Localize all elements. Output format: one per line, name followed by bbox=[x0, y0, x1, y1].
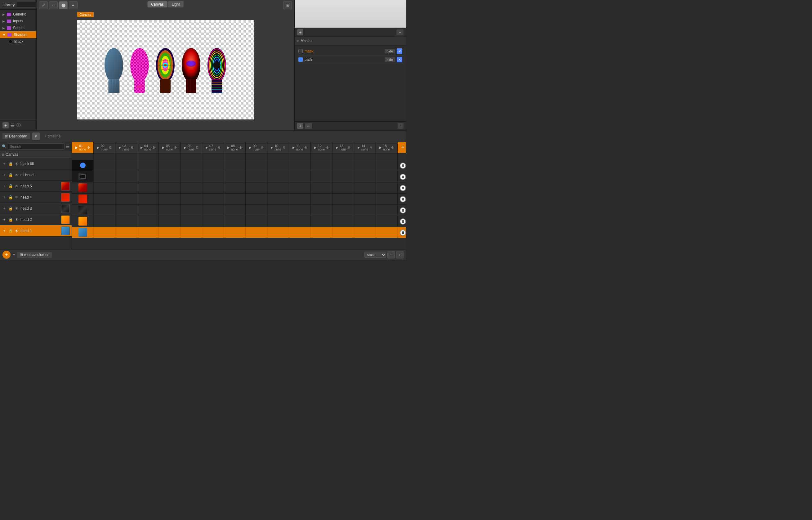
track-num-01[interactable]: ▶ 01 none ⚙ bbox=[72, 142, 94, 153]
lock-icon[interactable]: 🔒 bbox=[8, 184, 13, 189]
track-cell-10[interactable] bbox=[267, 160, 289, 171]
lock-icon[interactable]: 🔒 bbox=[8, 217, 13, 222]
track-num-06[interactable]: ▶ 06 none ⚙ bbox=[181, 142, 202, 153]
pen-tool-button[interactable]: ✒ bbox=[69, 1, 78, 9]
track-cell-head5-01[interactable] bbox=[72, 182, 94, 193]
track-cell-head4-01[interactable] bbox=[72, 193, 94, 204]
mask-x-button-path[interactable]: ✕ bbox=[397, 57, 402, 62]
light-mode-button[interactable]: Light bbox=[168, 1, 184, 7]
track-cell-05[interactable] bbox=[159, 160, 181, 171]
track-num-13[interactable]: ▶ 13 none ⚙ bbox=[332, 142, 354, 153]
settings-icon[interactable]: ⚙ bbox=[87, 146, 90, 149]
media-columns-button[interactable]: ⊞ media/columns bbox=[17, 252, 52, 258]
mask-checkbox-mask[interactable] bbox=[298, 49, 303, 53]
stop-button-head2[interactable] bbox=[398, 216, 406, 227]
lock-icon[interactable]: 🔒 bbox=[8, 195, 13, 200]
track-cell-12[interactable] bbox=[311, 160, 332, 171]
track-num-12[interactable]: ▶ 12 none ⚙ bbox=[311, 142, 332, 153]
add-layer-icon[interactable]: + bbox=[2, 195, 7, 200]
circle-tool-button[interactable]: ⬤ bbox=[59, 1, 67, 9]
settings-icon[interactable]: ⚙ bbox=[348, 146, 350, 149]
info-icon[interactable]: ⓘ bbox=[17, 123, 21, 128]
settings-icon[interactable]: ⚙ bbox=[370, 146, 372, 149]
track-num-02[interactable]: ▶ 02 none ⚙ bbox=[94, 142, 115, 153]
track-num-05[interactable]: ▶ 05 none ⚙ bbox=[159, 142, 181, 153]
stop-button-black-fill[interactable] bbox=[398, 160, 406, 171]
timeline-search-input[interactable] bbox=[8, 144, 64, 150]
settings-icon[interactable]: ⚙ bbox=[282, 146, 286, 149]
settings-icon[interactable]: ⚙ bbox=[304, 146, 307, 149]
sidebar-item-generic[interactable]: ▶ Generic bbox=[0, 11, 36, 18]
settings-icon[interactable]: ⚙ bbox=[391, 146, 394, 149]
settings-icon[interactable]: ⚙ bbox=[217, 146, 220, 149]
track-cell-head3-01[interactable] bbox=[72, 205, 94, 215]
eye-icon[interactable]: 👁 bbox=[14, 161, 19, 166]
add-layer-icon[interactable]: + bbox=[2, 217, 7, 222]
zoom-select[interactable]: small medium large bbox=[364, 252, 386, 258]
track-num-09[interactable]: ▶ 09 none ⚙ bbox=[246, 142, 267, 153]
settings-icon[interactable]: ⚙ bbox=[261, 146, 264, 149]
settings-icon[interactable]: ⚙ bbox=[109, 146, 112, 149]
dashboard-tab[interactable]: ⊞ Dashboard bbox=[2, 133, 30, 139]
grid-view-button[interactable]: ⊞ bbox=[284, 1, 292, 9]
stop-button-head1[interactable] bbox=[398, 227, 406, 238]
track-num-08[interactable]: ▶ 08 none ⚙ bbox=[224, 142, 246, 153]
mask-x-button[interactable]: ✕ bbox=[397, 48, 402, 54]
track-cell-14[interactable] bbox=[354, 160, 376, 171]
stop-button-all-heads[interactable] bbox=[398, 171, 406, 182]
stop-button-head3[interactable] bbox=[398, 205, 406, 216]
track-cell-all-heads-01[interactable] bbox=[72, 171, 94, 182]
track-num-15[interactable]: ▶ 15 none ⚙ bbox=[376, 142, 398, 153]
eye-icon[interactable]: 👁 bbox=[14, 217, 19, 222]
list-icon[interactable]: ☰ bbox=[10, 123, 15, 128]
canvas-mode-button[interactable]: Canvas bbox=[147, 1, 167, 7]
lock-icon[interactable]: 🔒 bbox=[8, 206, 13, 211]
track-num-14[interactable]: ▶ 14 none ⚙ bbox=[354, 142, 376, 153]
lock-icon[interactable]: 🔒 bbox=[8, 173, 13, 178]
track-num-10[interactable]: ▶ 10 none ⚙ bbox=[267, 142, 289, 153]
eye-icon[interactable]: 👁 bbox=[14, 184, 19, 189]
settings-icon[interactable]: ⚙ bbox=[174, 146, 177, 149]
add-item-button[interactable]: + bbox=[2, 122, 9, 128]
track-num-03[interactable]: ▶ 03 none ⚙ bbox=[115, 142, 137, 153]
add-layer-icon[interactable]: + bbox=[2, 173, 7, 178]
masks-add-button[interactable]: + bbox=[297, 123, 303, 129]
sidebar-item-inputs[interactable]: ▶ Inputs bbox=[0, 18, 36, 25]
track-num-11[interactable]: ▶ 11 none ⚙ bbox=[289, 142, 311, 153]
add-layer-icon[interactable]: + bbox=[2, 184, 7, 189]
sidebar-item-scripts[interactable]: ▶ Scripts bbox=[0, 25, 36, 31]
settings-icon[interactable]: ⚙ bbox=[152, 146, 155, 149]
move-tool-button[interactable]: ⤢ bbox=[39, 1, 48, 9]
masks-remove-button[interactable]: − bbox=[398, 123, 404, 129]
menu-icon[interactable]: ☰ bbox=[66, 144, 70, 149]
track-cell-09[interactable] bbox=[246, 160, 267, 171]
settings-icon[interactable]: ⚙ bbox=[196, 146, 198, 149]
mask-checkbox-path[interactable] bbox=[298, 57, 303, 62]
track-cell-03[interactable] bbox=[115, 160, 137, 171]
track-num-04[interactable]: ▶ 04 none ⚙ bbox=[137, 142, 159, 153]
eye-icon[interactable]: 👁 bbox=[14, 173, 19, 178]
track-cell-02[interactable] bbox=[94, 160, 115, 171]
chevron-down-icon[interactable]: ▾ bbox=[13, 253, 15, 257]
track-cell-08[interactable] bbox=[224, 160, 246, 171]
filter-button[interactable]: ▼ bbox=[32, 132, 40, 140]
eye-icon[interactable]: 👁 bbox=[14, 195, 19, 200]
add-layer-icon[interactable]: + bbox=[2, 228, 7, 233]
panel-add-button[interactable]: + bbox=[297, 29, 303, 35]
mask-hide-button[interactable]: hide bbox=[385, 49, 395, 53]
add-layer-icon[interactable]: + bbox=[2, 206, 7, 211]
settings-icon[interactable]: ⚙ bbox=[326, 146, 329, 149]
eye-icon[interactable]: 👁 bbox=[14, 206, 19, 211]
add-layer-icon[interactable]: + bbox=[2, 161, 7, 166]
settings-icon[interactable]: ⚙ bbox=[131, 146, 133, 149]
settings-icon[interactable]: ⚙ bbox=[239, 146, 242, 149]
lock-icon[interactable]: 🔒 bbox=[8, 228, 13, 233]
eye-icon[interactable]: 👁 bbox=[14, 228, 19, 233]
sidebar-item-shaders[interactable]: ▼ Shaders bbox=[0, 31, 36, 38]
stop-button-head4[interactable] bbox=[398, 193, 406, 205]
track-cell-07[interactable] bbox=[202, 160, 224, 171]
zoom-out-button[interactable]: − bbox=[387, 251, 395, 258]
track-cell-11[interactable] bbox=[289, 160, 311, 171]
track-cell-15[interactable] bbox=[376, 160, 398, 171]
add-track-button[interactable]: + bbox=[398, 142, 406, 153]
